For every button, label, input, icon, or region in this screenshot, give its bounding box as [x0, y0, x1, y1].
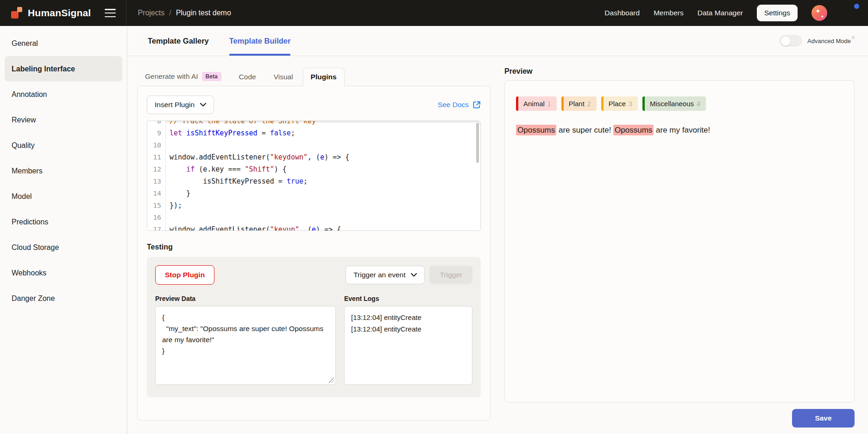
- label-tag-plant[interactable]: Plant2: [561, 96, 597, 111]
- code-line: 8// Track the state of the Shift key: [147, 121, 480, 127]
- sidebar-item-members[interactable]: Members: [5, 158, 122, 184]
- sidebar-item-labeling-interface[interactable]: Labeling Interface: [5, 56, 122, 82]
- line-number: 17: [147, 223, 166, 231]
- preview-panel: Animal1Plant2Place3Miscellaneous4 Opossu…: [504, 80, 855, 402]
- sidebar-item-model[interactable]: Model: [5, 184, 122, 209]
- event-logs-label: Event Logs: [344, 295, 472, 302]
- sidebar-item-predictions[interactable]: Predictions: [5, 209, 122, 235]
- label-tag-miscellaneous[interactable]: Miscellaneous4: [642, 96, 706, 111]
- line-number: 14: [147, 187, 166, 199]
- code-content: [166, 139, 170, 151]
- insert-plugin-dropdown[interactable]: Insert Plugin: [147, 96, 214, 114]
- stop-plugin-button[interactable]: Stop Plugin: [155, 265, 214, 285]
- info-dot-icon: [852, 36, 855, 39]
- humansignal-logo-icon: [11, 7, 23, 19]
- testing-heading: Testing: [147, 243, 481, 251]
- label-hotkey: 2: [587, 100, 597, 108]
- settings-sidebar: GeneralLabeling InterfaceAnnotationRevie…: [0, 26, 127, 434]
- line-number: 15: [147, 199, 166, 211]
- ai-assistant-button[interactable]: ✦✦: [811, 5, 827, 21]
- trigger-event-select[interactable]: Trigger an event: [346, 266, 425, 284]
- hamburger-menu-icon[interactable]: [105, 9, 116, 17]
- code-line: 15});: [147, 199, 480, 211]
- label-hotkey: 4: [697, 100, 706, 108]
- code-content: window.addEventListener("keyup", (e) => …: [166, 223, 341, 231]
- highlighted-region[interactable]: Opossums: [516, 125, 556, 135]
- code-line: 13 isShiftKeyPressed = true;: [147, 175, 480, 187]
- advanced-mode-toggle[interactable]: [780, 35, 802, 46]
- breadcrumb-separator: /: [169, 9, 171, 17]
- trigger-button[interactable]: Trigger: [429, 266, 472, 284]
- code-line: 10: [147, 139, 480, 151]
- plugins-panel: Insert Plugin See Docs: [137, 86, 491, 421]
- nav-item-settings[interactable]: Settings: [757, 5, 798, 21]
- resize-handle-icon[interactable]: [329, 378, 334, 383]
- event-log-entry: [13:12:04] entityCreate: [351, 324, 465, 335]
- nav-item-members[interactable]: Members: [654, 9, 684, 17]
- code-content: }: [166, 187, 190, 199]
- save-button[interactable]: Save: [792, 409, 855, 428]
- sidebar-item-general[interactable]: General: [5, 31, 122, 56]
- notification-dot: [854, 4, 859, 9]
- brand-name: HumanSignal: [28, 7, 91, 19]
- breadcrumb-current-project: Plugin test demo: [176, 9, 231, 17]
- sidebar-item-annotation[interactable]: Annotation: [5, 82, 122, 107]
- code-content: isShiftKeyPressed = true;: [166, 175, 308, 187]
- sidebar-item-review[interactable]: Review: [5, 107, 122, 133]
- tab-template-builder[interactable]: Template Builder: [229, 26, 291, 56]
- label-name: Miscellaneous: [645, 100, 697, 108]
- user-avatar[interactable]: [841, 4, 859, 22]
- subtab-generate-with-ai[interactable]: Generate with AIBeta: [137, 67, 229, 86]
- topbar-divider: [126, 0, 126, 26]
- template-tabs-header: Template GalleryTemplate Builder Advance…: [127, 26, 868, 56]
- subtab-code[interactable]: Code: [231, 68, 264, 86]
- sidebar-item-quality[interactable]: Quality: [5, 133, 122, 158]
- plugin-code-editor[interactable]: 8// Track the state of the Shift key9let…: [147, 121, 481, 231]
- advanced-mode-label: Advanced Mode: [807, 38, 855, 45]
- code-line: 14 }: [147, 187, 480, 199]
- subtab-label: Generate with AI: [145, 72, 198, 81]
- nav-item-dashboard[interactable]: Dashboard: [604, 9, 640, 17]
- line-number: 8: [147, 121, 166, 127]
- label-tag-animal[interactable]: Animal1: [516, 96, 557, 111]
- code-line: 16: [147, 211, 480, 223]
- code-content: [166, 211, 170, 223]
- breadcrumb-projects-link[interactable]: Projects: [138, 9, 164, 17]
- preview-data-label: Preview Data: [155, 295, 336, 302]
- line-number: 16: [147, 211, 166, 223]
- highlighted-region[interactable]: Opossums: [613, 125, 654, 135]
- code-line: 11window.addEventListener("keydown", (e)…: [147, 151, 480, 163]
- preview-section: Preview Animal1Plant2Place3Miscellaneous…: [504, 56, 855, 434]
- sidebar-item-webhooks[interactable]: Webhooks: [5, 260, 122, 286]
- tab-template-gallery[interactable]: Template Gallery: [148, 26, 209, 56]
- code-line: 17window.addEventListener("keyup", (e) =…: [147, 223, 480, 231]
- subtab-label: Code: [239, 73, 256, 81]
- breadcrumb: Projects / Plugin test demo: [138, 9, 231, 17]
- label-tags-row: Animal1Plant2Place3Miscellaneous4: [516, 96, 843, 111]
- preview-heading: Preview: [504, 67, 855, 76]
- label-hotkey: 1: [547, 100, 557, 108]
- label-name: Plant: [564, 100, 587, 108]
- code-content: let isShiftKeyPressed = false;: [166, 127, 295, 139]
- subtab-label: Visual: [274, 73, 293, 81]
- sidebar-item-danger-zone[interactable]: Danger Zone: [5, 286, 122, 311]
- code-content: });: [166, 199, 182, 211]
- builder-subtabs: Generate with AIBetaCodeVisualPlugins: [137, 65, 491, 86]
- subtab-visual[interactable]: Visual: [266, 68, 301, 86]
- testing-panel: Stop Plugin Trigger an event Trigger: [147, 257, 481, 397]
- sidebar-item-cloud-storage[interactable]: Cloud Storage: [5, 235, 122, 260]
- line-number: 13: [147, 175, 166, 187]
- top-nav: DashboardMembersData ManagerSettings: [604, 5, 798, 21]
- subtab-plugins[interactable]: Plugins: [303, 68, 345, 86]
- see-docs-link[interactable]: See Docs: [438, 101, 481, 109]
- chevron-down-icon: [200, 103, 206, 107]
- template-tabs: Template GalleryTemplate Builder: [148, 26, 290, 56]
- label-tag-place[interactable]: Place3: [601, 96, 638, 111]
- chevron-down-icon: [411, 273, 417, 277]
- editor-scrollbar[interactable]: [476, 123, 479, 163]
- nav-item-data-manager[interactable]: Data Manager: [698, 9, 743, 17]
- preview-data-textarea[interactable]: { "my_text": "Opossums are super cute! O…: [155, 306, 336, 385]
- label-name: Animal: [518, 100, 547, 108]
- line-number: 9: [147, 127, 166, 139]
- event-logs-box: [13:12:04] entityCreate[13:12:04] entity…: [344, 306, 472, 385]
